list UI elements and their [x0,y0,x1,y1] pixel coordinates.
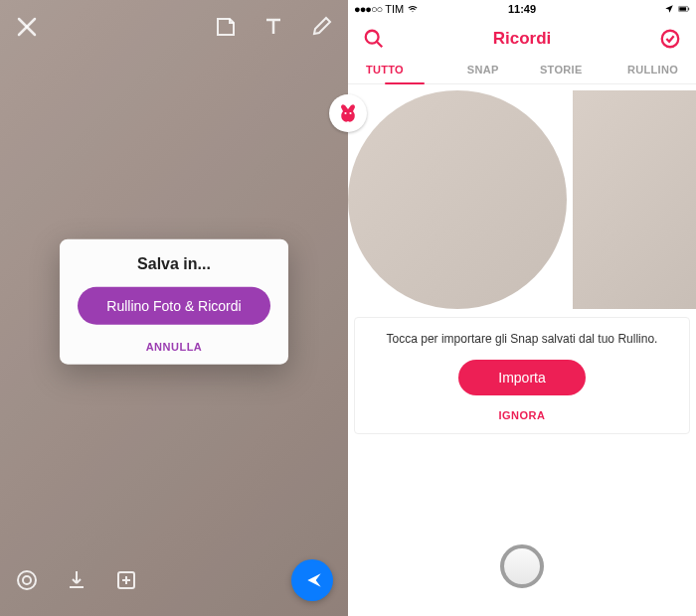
signal-strength: ●●●○○ [354,3,382,15]
battery-icon [678,4,690,14]
tab-stories[interactable]: STORIE [522,58,601,83]
cancel-button[interactable]: ANNULLA [78,341,270,353]
ignore-button[interactable]: IGNORA [367,409,677,421]
tab-all[interactable]: TUTTO [366,58,444,83]
svg-point-2 [18,571,36,589]
wifi-icon [407,4,419,14]
select-icon[interactable] [659,28,681,50]
svg-point-8 [366,31,379,44]
svg-line-9 [377,42,383,48]
carrier-label: TIM [385,3,404,15]
thumbnails-row [348,84,696,309]
draw-icon[interactable] [309,15,333,39]
dialog-title: Salva in... [78,255,270,273]
timer-icon[interactable] [15,568,39,592]
svg-point-12 [349,112,351,114]
avatar [329,94,367,132]
sticker-icon[interactable] [214,15,238,39]
memories-content: Tocca per importare gli Snap salvati dal… [348,84,696,616]
search-icon[interactable] [363,28,385,50]
add-story-icon[interactable] [114,568,138,592]
download-icon[interactable] [65,568,88,592]
svg-rect-6 [679,7,686,10]
page-title: Ricordi [493,29,552,49]
shutter-area [348,527,696,616]
tab-roll[interactable]: RULLINO [601,58,679,83]
save-dialog: Salva in... Rullino Foto & Ricordi ANNUL… [60,239,288,365]
memories-screen: ●●●○○ TIM 11:49 Ricordi TUTTO SNAP STORI… [348,0,696,616]
svg-point-3 [23,576,31,584]
import-card: Tocca per importare gli Snap salvati dal… [354,317,690,434]
avatar-icon [336,101,360,125]
send-icon [304,570,324,590]
navbar: Ricordi [348,18,696,58]
status-bar: ●●●○○ TIM 11:49 [348,0,696,18]
memory-thumbnail-square[interactable] [573,90,696,309]
editor-top-toolbar [15,15,333,39]
send-button[interactable] [291,559,333,601]
tab-snap[interactable]: SNAP [444,58,523,83]
tabs: TUTTO SNAP STORIE RULLINO [348,58,696,84]
clock: 11:49 [508,3,536,15]
svg-point-11 [344,112,346,114]
editor-bottom-toolbar [15,559,333,601]
location-icon [663,4,675,14]
save-to-roll-memories-button[interactable]: Rullino Foto & Ricordi [78,287,270,325]
shutter-button[interactable] [500,544,544,588]
text-icon[interactable] [261,15,285,39]
snap-editor-screen: Salva in... Rullino Foto & Ricordi ANNUL… [0,0,348,616]
memory-thumbnail-circle[interactable] [348,90,567,309]
svg-rect-7 [688,8,689,11]
close-icon[interactable] [15,15,39,39]
import-description: Tocca per importare gli Snap salvati dal… [367,332,677,346]
import-button[interactable]: Importa [458,360,585,395]
